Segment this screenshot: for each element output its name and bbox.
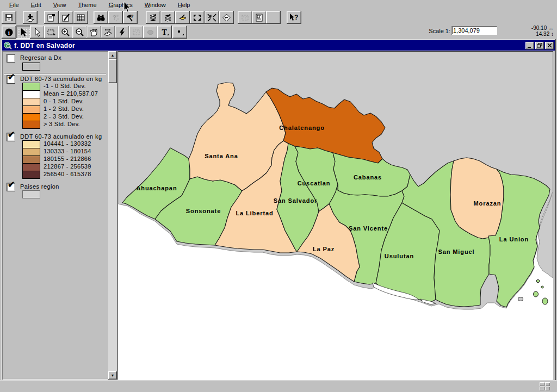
- help-button[interactable]: ?: [287, 11, 301, 24]
- close-button[interactable]: [545, 42, 554, 49]
- theme-title-1[interactable]: DDT 60-73 acumulado en kg: [20, 76, 102, 82]
- text-tool-button[interactable]: T: [157, 26, 172, 39]
- pan-button[interactable]: [86, 26, 101, 39]
- svg-text:i: i: [8, 29, 10, 35]
- pointer-button[interactable]: [16, 26, 30, 39]
- theme-checkbox-3[interactable]: ✔: [7, 183, 15, 191]
- arrow-filled-icon: [18, 28, 28, 37]
- layers-full-icon: [148, 13, 158, 22]
- zoom-out-button[interactable]: [72, 26, 87, 39]
- island-4: [518, 297, 523, 301]
- blob-icon: [145, 28, 156, 37]
- open-theme-table-button[interactable]: [73, 11, 88, 24]
- coordinate-readout: -90.10 ↔ 14.32 ↕: [531, 25, 554, 37]
- hand-icon: [89, 28, 99, 37]
- island-3: [542, 298, 548, 304]
- theme-title-3[interactable]: Paises region: [20, 183, 59, 190]
- identify-button[interactable]: i: [2, 26, 16, 39]
- label-san-salvador: San Salvador: [274, 197, 318, 204]
- layout-button[interactable]: [252, 11, 267, 24]
- add-theme-icon: [25, 13, 35, 22]
- menu-bar: FileEditViewThemeGraphicsWindowHelp: [0, 0, 557, 10]
- map-canvas[interactable]: AhuachapanSonsonateSanta AnaChalatenango…: [117, 51, 553, 379]
- zoom-active-theme-button[interactable]: [160, 11, 175, 24]
- legend-class-label: 180155 - 212866: [44, 155, 91, 162]
- zoom-in-button[interactable]: [58, 26, 73, 39]
- select-feature-button[interactable]: [44, 26, 59, 39]
- restore-icon: [537, 43, 542, 48]
- minimize-button[interactable]: [525, 42, 534, 49]
- theme-title-0[interactable]: Regresar a Dx: [20, 54, 61, 61]
- binoculars-icon: [96, 13, 106, 22]
- menu-edit[interactable]: Edit: [25, 1, 47, 10]
- lightning-icon: [117, 28, 127, 37]
- toolbar-main: ???: [0, 10, 557, 25]
- zoom-previous-button[interactable]: [219, 11, 234, 24]
- zoom-in-fixed-button[interactable]: [190, 11, 205, 24]
- find-button[interactable]: [94, 11, 108, 24]
- scroll-down-button[interactable]: ▼: [108, 371, 117, 379]
- legend-swatch: [22, 155, 40, 164]
- edit-legend-button[interactable]: [59, 11, 73, 24]
- arrows-out-icon: [207, 13, 217, 22]
- theme-properties-button[interactable]: [44, 11, 59, 24]
- zoom-selected-button[interactable]: [175, 11, 190, 24]
- mouse-cursor: [123, 2, 131, 13]
- theme-checkbox-2[interactable]: ✔: [7, 133, 15, 141]
- label-tool-button: [143, 26, 158, 39]
- theme-title-2[interactable]: DDT 60-73 acumulado en kg: [20, 133, 102, 140]
- ruler-icon: [103, 28, 113, 37]
- legend-swatch: [22, 105, 40, 114]
- scale-label: Scale 1:: [429, 28, 450, 34]
- restore-button[interactable]: [535, 42, 544, 49]
- legend-class-label: 1 - 2 Std. Dev.: [44, 105, 84, 112]
- legend-class-label: -1 - 0 Std. Dev.: [44, 83, 86, 89]
- map-of-el-salvador[interactable]: AhuachapanSonsonateSanta AnaChalatenango…: [118, 52, 553, 380]
- document-title-bar[interactable]: f. DDT en Salvador: [2, 40, 555, 51]
- label-morazan: Morazan: [474, 200, 502, 207]
- magnifier-plus-icon: [60, 28, 71, 37]
- measure-button[interactable]: [101, 26, 115, 39]
- label-ahuachapan: Ahuachapan: [136, 185, 177, 191]
- label-la-libertad: La Libertad: [236, 210, 273, 216]
- toc-scrollbar[interactable]: ▲ ▼: [108, 51, 117, 379]
- check-mark-icon: ✔: [8, 129, 15, 140]
- hotlink-button[interactable]: [115, 26, 129, 39]
- zoom-out-fixed-button[interactable]: [205, 11, 219, 24]
- arrow-question-icon: ?: [289, 13, 299, 22]
- legend-class-label: 130333 - 180154: [44, 148, 91, 154]
- locate-icon: ?: [110, 13, 121, 22]
- menu-theme[interactable]: Theme: [72, 1, 102, 10]
- resize-grip-icon[interactable]: [540, 382, 550, 390]
- vertex-edit-button[interactable]: [30, 26, 45, 39]
- text-T-icon: T: [159, 28, 170, 37]
- save-project-button[interactable]: [2, 11, 16, 24]
- menu-file[interactable]: File: [3, 1, 25, 10]
- document-title: f. DDT en Salvador: [14, 42, 75, 49]
- theme-checkbox-0[interactable]: [7, 54, 15, 63]
- legend-swatch: [22, 90, 40, 98]
- island-0: [536, 279, 540, 282]
- horizontal-arrow-icon: ↔: [548, 25, 554, 31]
- label-san-vicente: San Vicente: [349, 225, 388, 232]
- zoom-full-extent-button[interactable]: [146, 11, 160, 24]
- add-theme-button[interactable]: [23, 11, 38, 24]
- coordinate-y: 14.32: [536, 31, 549, 37]
- legend-swatch: [22, 121, 40, 129]
- scale-input[interactable]: [451, 26, 497, 35]
- menu-view[interactable]: View: [47, 1, 72, 10]
- scroll-up-button[interactable]: ▲: [108, 51, 117, 59]
- theme-checkbox-1[interactable]: ✔: [7, 75, 15, 84]
- hammer-question-icon: ?: [125, 13, 135, 22]
- spare-button: [266, 11, 281, 24]
- check-mark-icon: ✔: [8, 72, 15, 82]
- menu-graphics[interactable]: Graphics: [103, 1, 139, 10]
- select-dither-button: [129, 26, 144, 39]
- menu-help[interactable]: Help: [172, 1, 196, 10]
- menu-window[interactable]: Window: [139, 1, 172, 10]
- scrollbar-thumb[interactable]: [108, 59, 117, 83]
- draw-point-button[interactable]: [172, 26, 187, 39]
- legend-editor-icon: [61, 13, 71, 22]
- select-features-graphic-button: [238, 11, 252, 24]
- legend-swatch: [22, 113, 40, 121]
